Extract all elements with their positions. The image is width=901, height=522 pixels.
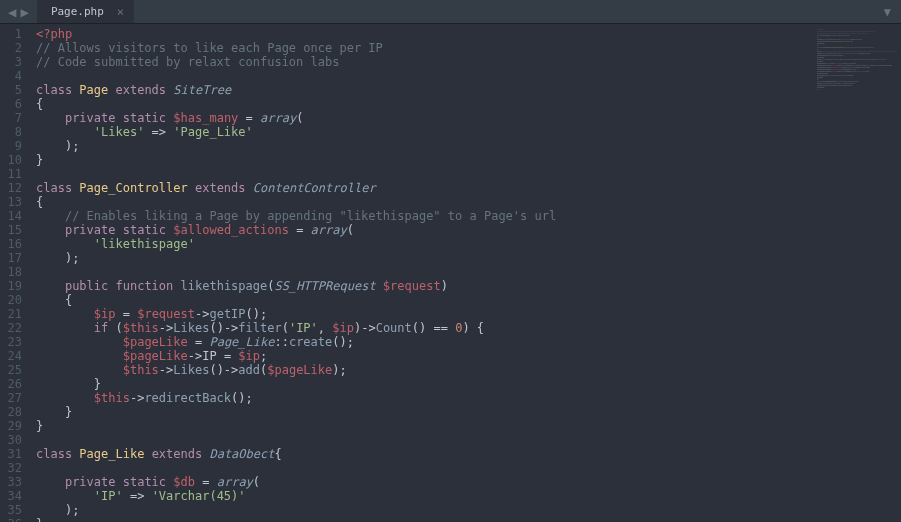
code-line: $ip = $request->getIP(); [36, 307, 901, 321]
line-number: 25 [6, 363, 22, 377]
code-line: } [36, 419, 901, 433]
code-line [36, 167, 901, 181]
minimap[interactable]: ▬▬▬▬▬▬▬▬▬▬▬▬▬▬▬▬▬▬▬▬▬▬▬▬▬▬▬▬▬▬▬▬▬▬▬▬▬▬▬▬… [817, 28, 897, 128]
code-line: private static $allowed_actions = array( [36, 223, 901, 237]
dropdown-icon[interactable]: ▼ [874, 5, 901, 19]
line-number: 28 [6, 405, 22, 419]
code-line: private static $has_many = array( [36, 111, 901, 125]
code-area[interactable]: <?php// Allows visitors to like each Pag… [32, 24, 901, 522]
line-number: 6 [6, 97, 22, 111]
line-number: 20 [6, 293, 22, 307]
nav-back-icon[interactable]: ◀ [8, 5, 16, 19]
code-line: ); [36, 503, 901, 517]
nav-arrows: ◀ ▶ [0, 5, 37, 19]
code-line: $pageLike->IP = $ip; [36, 349, 901, 363]
tabs: Page.php × [37, 0, 134, 23]
line-number: 13 [6, 195, 22, 209]
code-line: // Code submitted by relaxt confusion la… [36, 55, 901, 69]
line-number: 35 [6, 503, 22, 517]
line-number: 31 [6, 447, 22, 461]
line-number: 5 [6, 83, 22, 97]
code-line: } [36, 377, 901, 391]
code-line [36, 433, 901, 447]
code-line: private static $db = array( [36, 475, 901, 489]
editor: 1234567891011121314151617181920212223242… [0, 24, 901, 522]
line-number: 17 [6, 251, 22, 265]
code-line: ); [36, 139, 901, 153]
line-gutter: 1234567891011121314151617181920212223242… [0, 24, 32, 522]
line-number: 34 [6, 489, 22, 503]
code-line: 'IP' => 'Varchar(45)' [36, 489, 901, 503]
line-number: 19 [6, 279, 22, 293]
tab-page-php[interactable]: Page.php × [37, 0, 134, 23]
code-line: class Page_Like extends DataObect{ [36, 447, 901, 461]
code-line: $pageLike = Page_Like::create(); [36, 335, 901, 349]
code-line: 'Likes' => 'Page_Like' [36, 125, 901, 139]
code-line: { [36, 97, 901, 111]
close-icon[interactable]: × [117, 5, 124, 19]
line-number: 33 [6, 475, 22, 489]
line-number: 8 [6, 125, 22, 139]
code-line: 'likethispage' [36, 237, 901, 251]
line-number: 22 [6, 321, 22, 335]
code-line: // Enables liking a Page by appending "l… [36, 209, 901, 223]
code-line [36, 461, 901, 475]
line-number: 24 [6, 349, 22, 363]
nav-forward-icon[interactable]: ▶ [20, 5, 28, 19]
code-line: class Page_Controller extends ContentCon… [36, 181, 901, 195]
line-number: 7 [6, 111, 22, 125]
code-line: ); [36, 251, 901, 265]
line-number: 4 [6, 69, 22, 83]
line-number: 32 [6, 461, 22, 475]
line-number: 2 [6, 41, 22, 55]
code-line: { [36, 293, 901, 307]
code-line: if ($this->Likes()->filter('IP', $ip)->C… [36, 321, 901, 335]
line-number: 16 [6, 237, 22, 251]
code-line: } [36, 517, 901, 522]
code-line: } [36, 153, 901, 167]
code-line: class Page extends SiteTree [36, 83, 901, 97]
code-line: // Allows visitors to like each Page onc… [36, 41, 901, 55]
code-line [36, 69, 901, 83]
line-number: 15 [6, 223, 22, 237]
line-number: 1 [6, 27, 22, 41]
line-number: 10 [6, 153, 22, 167]
code-line: } [36, 405, 901, 419]
code-line: { [36, 195, 901, 209]
line-number: 14 [6, 209, 22, 223]
line-number: 9 [6, 139, 22, 153]
code-line: <?php [36, 27, 901, 41]
line-number: 18 [6, 265, 22, 279]
line-number: 36 [6, 517, 22, 522]
line-number: 12 [6, 181, 22, 195]
line-number: 21 [6, 307, 22, 321]
line-number: 30 [6, 433, 22, 447]
line-number: 26 [6, 377, 22, 391]
line-number: 23 [6, 335, 22, 349]
code-line: $this->redirectBack(); [36, 391, 901, 405]
line-number: 3 [6, 55, 22, 69]
line-number: 11 [6, 167, 22, 181]
toolbar: ◀ ▶ Page.php × ▼ [0, 0, 901, 24]
tab-title: Page.php [51, 5, 104, 18]
code-line: public function likethispage(SS_HTTPRequ… [36, 279, 901, 293]
line-number: 27 [6, 391, 22, 405]
line-number: 29 [6, 419, 22, 433]
code-line [36, 265, 901, 279]
code-line: $this->Likes()->add($pageLike); [36, 363, 901, 377]
